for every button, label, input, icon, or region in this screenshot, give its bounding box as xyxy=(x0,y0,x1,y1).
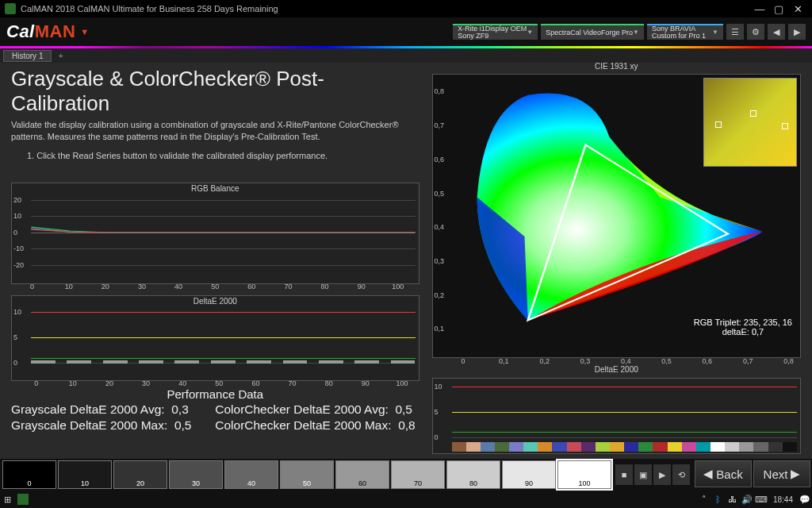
read-series-button[interactable]: ▶ xyxy=(653,464,671,485)
page-description: Validate the display calibration using a… xyxy=(11,119,419,143)
rgb-balance-chart: RGB Balance 20 10 0 -10 -20 0 10 20 xyxy=(11,183,419,284)
prev-page-button[interactable]: ◀ xyxy=(768,24,785,40)
next-button[interactable]: Next ▶ xyxy=(753,460,810,487)
swatch-90[interactable]: 90 xyxy=(502,460,556,489)
instruction-step: 1. Click the Read Series button to valid… xyxy=(27,151,419,160)
language-icon[interactable]: ⌨ xyxy=(754,495,768,505)
close-button[interactable]: ✕ xyxy=(788,3,807,15)
start-button[interactable]: ⊞ xyxy=(0,495,14,505)
window-titlebar: CalMAN 2018 CalMAN Ultimate for Business… xyxy=(0,0,812,17)
read-single-button[interactable]: ▣ xyxy=(634,464,652,485)
source-device-button[interactable]: SpectraCal VideoForge Pro▼ xyxy=(541,24,644,40)
volume-icon[interactable]: 🔊 xyxy=(740,495,754,505)
cie-chart-title: CIE 1931 xy xyxy=(432,62,802,71)
taskbar-clock[interactable]: 18:44 xyxy=(768,495,798,504)
windows-taskbar[interactable]: ⊞ ˄ ᛒ 🖧 🔊 ⌨ 18:44 💬 xyxy=(0,491,812,508)
swatch-100[interactable]: 100 xyxy=(557,460,611,489)
display-device-button[interactable]: Sony BRAVIACustom for Pro 1▼ xyxy=(647,24,723,40)
rgb-balance-title: RGB Balance xyxy=(12,183,419,194)
taskbar-app-icon[interactable] xyxy=(17,494,29,505)
add-history-tab[interactable]: + xyxy=(52,51,69,60)
swatch-10[interactable]: 10 xyxy=(58,460,112,489)
performance-heading: Performance Data xyxy=(11,387,419,401)
swatch-30[interactable]: 30 xyxy=(169,460,223,489)
swatch-0[interactable]: 0 xyxy=(2,460,56,489)
function-button[interactable]: ☰ xyxy=(726,24,744,40)
swatch-50[interactable]: 50 xyxy=(280,460,334,489)
notification-icon[interactable]: 💬 xyxy=(798,495,812,505)
app-toolbar: CalMAN ▼ X-Rite i1Display OEMSony ZF9▼ S… xyxy=(0,17,812,46)
app-icon xyxy=(5,3,16,14)
app-logo: CalMAN xyxy=(6,21,75,42)
minimize-button[interactable]: — xyxy=(750,3,769,15)
swatch-40[interactable]: 40 xyxy=(224,460,278,489)
settings-button[interactable]: ⚙ xyxy=(747,24,764,40)
deltae-colorchecker-chart: 10 5 0 xyxy=(432,378,802,454)
back-button[interactable]: ◀ Back xyxy=(695,460,752,487)
cie-1931-chart: 0,1 0,2 0,3 0,4 0,5 0,6 0,7 0,8 0 0,1 0,… xyxy=(432,74,802,358)
history-tabs: History 1 + xyxy=(0,48,812,63)
next-page-button[interactable]: ▶ xyxy=(788,24,806,40)
grayscale-swatch-bar: 0102030405060708090100 ■ ▣ ▶ ⟲ ◀ Back Ne… xyxy=(0,459,812,491)
swatch-60[interactable]: 60 xyxy=(335,460,389,489)
deltae-left-title: DeltaE 2000 xyxy=(12,296,419,306)
tray-up-icon[interactable]: ˄ xyxy=(697,495,711,505)
page-title: Grayscale & ColorChecker® Post-Calibrati… xyxy=(11,67,419,116)
history-tab[interactable]: History 1 xyxy=(3,50,52,62)
swatch-20[interactable]: 20 xyxy=(113,460,167,489)
network-icon[interactable]: 🖧 xyxy=(726,495,740,504)
cie-readout: RGB Triplet: 235, 235, 16 deltaE: 0,7 xyxy=(694,318,792,337)
stop-button[interactable]: ■ xyxy=(615,464,633,485)
swatch-70[interactable]: 70 xyxy=(391,460,445,489)
read-continuous-button[interactable]: ⟲ xyxy=(672,464,690,485)
bluetooth-icon[interactable]: ᛒ xyxy=(711,495,726,504)
performance-data: Performance Data Grayscale DeltaE 2000 A… xyxy=(11,387,419,433)
deltae-grayscale-chart: DeltaE 2000 10 5 0 0 10 20 xyxy=(11,295,419,381)
meter-device-button[interactable]: X-Rite i1Display OEMSony ZF9▼ xyxy=(453,24,538,40)
maximize-button[interactable]: ▢ xyxy=(769,3,788,15)
window-title: CalMAN 2018 CalMAN Ultimate for Business… xyxy=(21,4,278,13)
cie-zoom-inset xyxy=(703,78,797,167)
deltae-right-title: DeltaE 2000 xyxy=(432,364,802,375)
swatch-80[interactable]: 80 xyxy=(446,460,500,489)
main-menu-button[interactable]: ▼ xyxy=(80,27,89,37)
